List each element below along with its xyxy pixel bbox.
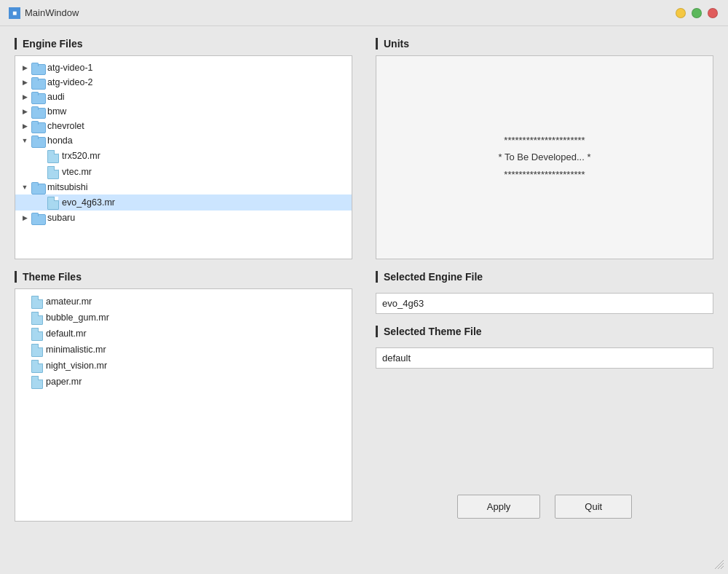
file-icon-trx520 xyxy=(47,150,59,162)
selected-engine-input[interactable] xyxy=(376,293,713,314)
folder-icon-subaru xyxy=(31,213,44,223)
label-atg-video-2: atg-video-2 xyxy=(47,77,93,87)
units-line3: ********************** xyxy=(499,166,591,183)
window-controls xyxy=(676,8,718,18)
file-icon-default xyxy=(31,328,43,339)
tree-item-subaru[interactable]: subaru xyxy=(15,211,352,225)
engine-files-section: Engine Files atg-video-1 atg-video-2 aud… xyxy=(15,38,352,259)
minimize-button[interactable] xyxy=(676,8,686,18)
label-paper: paper.mr xyxy=(46,377,82,387)
units-line2: * To Be Developed... * xyxy=(499,149,591,165)
file-icon-amateur xyxy=(31,296,43,307)
arrow-atg-video-2 xyxy=(20,77,30,87)
theme-files-section: Theme Files amateur.mr bubble_gum.mr def… xyxy=(15,271,352,522)
main-content: Engine Files atg-video-1 atg-video-2 aud… xyxy=(0,26,728,574)
label-bmw: bmw xyxy=(47,106,66,117)
file-icon-night-vision xyxy=(31,360,43,371)
tree-item-evo4g63[interactable]: evo_4g63.mr xyxy=(15,194,352,211)
app-icon: ■ xyxy=(9,7,20,19)
svg-line-1 xyxy=(718,563,724,569)
units-section: Units ********************** * To Be Dev… xyxy=(376,38,713,259)
svg-line-2 xyxy=(721,566,724,569)
arrow-honda xyxy=(20,135,30,146)
maximize-button[interactable] xyxy=(692,8,702,18)
label-honda: honda xyxy=(47,135,73,146)
label-vtec: vtec.mr xyxy=(62,167,92,177)
folder-icon-mitsubishi xyxy=(31,182,44,192)
right-column: Units ********************** * To Be Dev… xyxy=(364,38,713,522)
folder-icon-bmw xyxy=(31,106,44,117)
quit-button[interactable]: Quit xyxy=(555,495,632,519)
label-amateur: amateur.mr xyxy=(46,296,92,307)
label-minimalistic: minimalistic.mr xyxy=(46,345,106,355)
tree-item-amateur[interactable]: amateur.mr xyxy=(15,294,352,310)
tree-item-honda[interactable]: honda xyxy=(15,133,352,148)
tree-item-atg-video-2[interactable]: atg-video-2 xyxy=(15,75,352,90)
arrow-audi xyxy=(20,92,30,102)
label-chevrolet: chevrolet xyxy=(47,121,84,131)
tree-item-trx520[interactable]: trx520.mr xyxy=(15,148,352,164)
apply-button[interactable]: Apply xyxy=(457,495,541,519)
units-line1: ********************** xyxy=(499,132,591,149)
tree-item-night-vision[interactable]: night_vision.mr xyxy=(15,358,352,374)
folder-icon-chevrolet xyxy=(31,121,44,131)
bottom-buttons: Apply Quit xyxy=(376,489,713,522)
selected-engine-title: Selected Engine File xyxy=(376,271,713,283)
theme-files-panel[interactable]: amateur.mr bubble_gum.mr default.mr mini… xyxy=(15,288,352,522)
label-audi: audi xyxy=(47,92,65,102)
tree-item-paper[interactable]: paper.mr xyxy=(15,374,352,390)
folder-icon-atg-video-2 xyxy=(31,77,44,87)
label-bubble-gum: bubble_gum.mr xyxy=(46,312,109,323)
engine-files-title: Engine Files xyxy=(15,38,352,50)
selected-theme-title: Selected Theme File xyxy=(376,326,713,337)
file-icon-minimalistic xyxy=(31,344,43,355)
arrow-bmw xyxy=(20,106,30,117)
left-column: Engine Files atg-video-1 atg-video-2 aud… xyxy=(15,38,364,522)
arrow-atg-video-1 xyxy=(20,63,30,73)
tree-item-bmw[interactable]: bmw xyxy=(15,104,352,119)
tree-item-minimalistic[interactable]: minimalistic.mr xyxy=(15,342,352,358)
arrow-mitsubishi xyxy=(20,182,30,192)
arrow-chevrolet xyxy=(20,121,30,131)
tree-item-chevrolet[interactable]: chevrolet xyxy=(15,119,352,133)
resize-handle[interactable] xyxy=(715,560,724,571)
tree-item-audi[interactable]: audi xyxy=(15,90,352,104)
label-mitsubishi: mitsubishi xyxy=(47,182,88,192)
window-title: MainWindow xyxy=(25,7,79,18)
folder-icon-honda xyxy=(31,135,44,146)
selected-theme-input[interactable] xyxy=(376,347,713,369)
file-icon-evo4g63 xyxy=(47,197,59,208)
selected-engine-section: Selected Engine File xyxy=(376,271,713,314)
close-button[interactable] xyxy=(708,8,718,18)
units-title: Units xyxy=(376,38,713,50)
label-night-vision: night_vision.mr xyxy=(46,361,107,371)
file-icon-paper xyxy=(31,376,43,388)
tree-item-default[interactable]: default.mr xyxy=(15,326,352,342)
label-subaru: subaru xyxy=(47,213,75,223)
units-placeholder: ********************** * To Be Developed… xyxy=(499,132,591,183)
tree-item-vtec[interactable]: vtec.mr xyxy=(15,164,352,180)
tree-item-mitsubishi[interactable]: mitsubishi xyxy=(15,180,352,194)
units-panel: ********************** * To Be Developed… xyxy=(376,55,713,259)
right-col-inner: Units ********************** * To Be Dev… xyxy=(376,38,713,522)
label-evo4g63: evo_4g63.mr xyxy=(62,197,115,208)
engine-files-panel[interactable]: atg-video-1 atg-video-2 audi bmw xyxy=(15,55,352,259)
file-icon-vtec xyxy=(47,166,59,178)
label-atg-video-1: atg-video-1 xyxy=(47,63,93,73)
label-trx520: trx520.mr xyxy=(62,151,100,161)
arrow-subaru xyxy=(20,213,30,223)
label-default: default.mr xyxy=(46,329,87,339)
file-icon-bubble-gum xyxy=(31,312,43,323)
title-bar: ■ MainWindow xyxy=(0,0,728,26)
selected-theme-section: Selected Theme File xyxy=(376,326,713,369)
theme-files-title: Theme Files xyxy=(15,271,352,283)
folder-icon-atg-video-1 xyxy=(31,63,44,73)
tree-item-atg-video-1[interactable]: atg-video-1 xyxy=(15,60,352,75)
folder-icon-audi xyxy=(31,92,44,102)
tree-item-bubble-gum[interactable]: bubble_gum.mr xyxy=(15,310,352,326)
